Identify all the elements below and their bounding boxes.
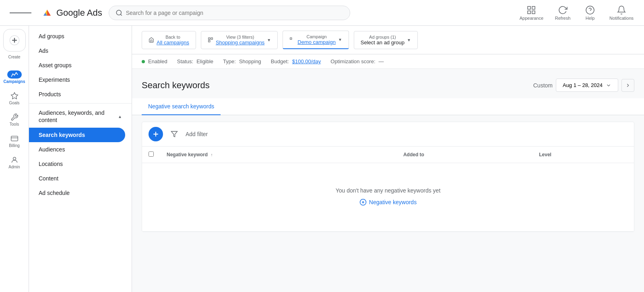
optimization-status: Optimization score: —	[330, 58, 384, 64]
icon-sidebar: Create Campaigns Goals	[0, 26, 29, 292]
sort-icon[interactable]: ↑	[211, 153, 213, 157]
content-area: Search keywords Custom Aug 1 – 28, 2024 …	[132, 69, 644, 242]
date-range-button[interactable]: Aug 1 – 28, 2024	[556, 79, 618, 92]
campaign-icon	[289, 37, 295, 43]
enabled-dot	[142, 60, 145, 63]
adgroups-filter-button[interactable]: Ad groups (1) Select an ad group ▼	[354, 31, 418, 49]
nav-item-ad-schedule[interactable]: Ad schedule	[29, 186, 132, 200]
nav-item-audiences[interactable]: Audiences	[29, 142, 132, 157]
date-custom-label: Custom	[533, 82, 553, 89]
nav-item-experiments[interactable]: Experiments	[29, 72, 132, 87]
view-icon	[208, 37, 213, 43]
billing-icon	[10, 135, 19, 143]
eligible-status: Status: Eligible	[177, 58, 213, 64]
campaigns-icon	[10, 72, 19, 77]
notifications-button[interactable]: Notifications	[605, 3, 638, 23]
th-added-to: Added to	[397, 147, 533, 163]
table-container: Add filter Negative keyword ↑ Adde	[142, 122, 634, 232]
svg-point-6	[586, 6, 594, 14]
add-keyword-button[interactable]	[149, 127, 163, 141]
svg-rect-5	[532, 11, 535, 14]
refresh-label: Refresh	[555, 16, 571, 21]
appearance-icon	[526, 5, 536, 15]
th-negative-keyword: Negative keyword ↑	[160, 147, 397, 163]
google-ads-logo-icon	[41, 7, 53, 19]
appearance-button[interactable]: Appearance	[516, 3, 547, 23]
campaigns-label: Campaigns	[4, 79, 25, 84]
svg-rect-12	[11, 136, 18, 141]
sidebar-item-billing[interactable]: Billing	[2, 131, 27, 151]
add-icon	[152, 130, 160, 138]
refresh-button[interactable]: Refresh	[551, 3, 575, 23]
nav-item-search-keywords[interactable]: Search keywords	[29, 128, 125, 142]
back-to-campaigns-button[interactable]: Back to All campaigns	[142, 31, 196, 49]
nav-item-products[interactable]: Products	[29, 87, 132, 101]
svg-marker-21	[171, 131, 178, 137]
topbar: Google Ads Appearance Refresh Help	[0, 0, 644, 26]
add-negative-keywords-link[interactable]: Negative keywords	[359, 199, 417, 206]
budget-status: Budget: $100.00/day	[271, 58, 321, 64]
create-button[interactable]	[3, 29, 26, 52]
plus-icon	[9, 35, 20, 46]
section-title: Search keywords	[142, 80, 210, 91]
notifications-label: Notifications	[609, 16, 634, 21]
view-dropdown-arrow: ▼	[267, 38, 271, 42]
nav-section-keywords-header[interactable]: Audiences, keywords, and content ▲	[29, 105, 132, 128]
nav-item-ads[interactable]: Ads	[29, 43, 132, 58]
table-empty-row: You don't have any negative keywords yet…	[142, 163, 634, 232]
nav-item-locations[interactable]: Locations	[29, 157, 132, 171]
nav-item-ad-groups[interactable]: Ad groups	[29, 29, 132, 43]
filter-icon-button[interactable]	[168, 128, 181, 141]
goals-icon	[10, 92, 19, 100]
enabled-status: Enabled	[142, 58, 167, 64]
tools-label: Tools	[10, 122, 19, 126]
type-status: Type: Shopping	[223, 58, 261, 64]
date-dropdown-icon	[606, 83, 611, 88]
search-bar[interactable]	[109, 6, 350, 20]
campaign-filter-button[interactable]: Campaign Demo campaign ▼	[283, 31, 349, 49]
sidebar-item-campaigns[interactable]: Campaigns	[2, 67, 27, 87]
empty-state-text: You don't have any negative keywords yet	[155, 187, 621, 194]
budget-link[interactable]: $100.00/day	[292, 58, 321, 64]
admin-icon	[10, 156, 19, 164]
table-header-row: Negative keyword ↑ Added to Level	[142, 147, 634, 163]
search-input[interactable]	[126, 10, 343, 16]
svg-marker-11	[11, 93, 18, 99]
filter-bar: Back to All campaigns View (3 filters) S…	[132, 26, 644, 54]
help-button[interactable]: Help	[578, 3, 602, 23]
logo-text: Google Ads	[56, 8, 102, 18]
sidebar-item-tools[interactable]: Tools	[2, 110, 27, 130]
svg-rect-3	[532, 6, 535, 9]
svg-rect-4	[528, 11, 530, 14]
svg-rect-15	[208, 38, 210, 39]
empty-state: You don't have any negative keywords yet…	[149, 168, 627, 226]
expand-icon	[625, 83, 631, 88]
expand-button[interactable]	[621, 79, 634, 92]
svg-rect-18	[290, 37, 292, 39]
view-filter-button[interactable]: View (3 filters) Shopping campaigns ▼	[201, 31, 278, 49]
select-all-checkbox[interactable]	[149, 151, 154, 157]
hamburger-menu[interactable]	[6, 8, 35, 18]
billing-label: Billing	[9, 143, 20, 148]
nav-item-content[interactable]: Content	[29, 171, 132, 186]
main-content: Back to All campaigns View (3 filters) S…	[132, 26, 644, 292]
logo-area: Google Ads	[41, 7, 102, 19]
main-layout: Create Campaigns Goals	[0, 26, 644, 292]
status-bar: Enabled Status: Eligible Type: Shopping …	[132, 54, 644, 69]
nav-divider	[29, 103, 132, 104]
search-icon	[116, 9, 123, 17]
admin-label: Admin	[8, 165, 20, 169]
svg-rect-2	[528, 6, 530, 9]
topbar-actions: Appearance Refresh Help Notifications	[516, 3, 638, 23]
tab-negative-search-keywords[interactable]: Negative search keywords	[142, 98, 221, 115]
nav-item-asset-groups[interactable]: Asset groups	[29, 58, 132, 72]
refresh-icon	[558, 5, 568, 15]
th-level: Level	[533, 147, 634, 163]
chevron-up-icon: ▲	[118, 114, 122, 119]
sidebar-item-admin[interactable]: Admin	[2, 153, 27, 172]
add-filter-label[interactable]: Add filter	[186, 131, 208, 137]
sidebar-item-goals[interactable]: Goals	[2, 89, 27, 108]
help-icon	[585, 5, 595, 15]
goals-label: Goals	[9, 101, 19, 105]
create-label: Create	[8, 55, 20, 59]
